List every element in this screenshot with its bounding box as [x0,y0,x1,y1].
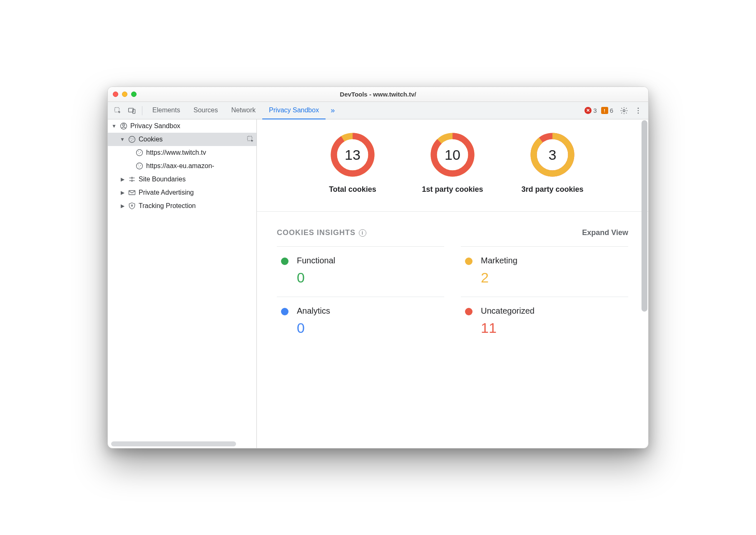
ring-third-party-cookies[interactable]: 3 3rd party cookies [515,132,590,195]
insight-label: Uncategorized [481,306,535,316]
more-tabs-button[interactable]: » [326,106,339,115]
svg-point-12 [131,140,132,141]
errors-count: 3 [593,107,597,114]
svg-point-25 [131,205,132,206]
sidebar-item-privacy-sandbox[interactable]: ▼ Privacy Sandbox [108,119,256,133]
devtools-body: ▼ Privacy Sandbox ▼ Cookies [108,119,648,448]
insight-value: 2 [481,270,517,286]
cookie-icon [135,149,144,157]
svg-point-20 [140,165,141,166]
warnings-count: 6 [610,107,613,114]
sidebar-cookie-origin[interactable]: https://www.twitch.tv [108,146,256,159]
devtools-tabs: Elements Sources Network Privacy Sandbox [146,102,326,119]
svg-point-3 [623,109,625,111]
svg-point-10 [131,138,132,139]
tab-elements[interactable]: Elements [146,102,187,119]
sidebar-label: https://www.twitch.tv [146,149,206,156]
ring-first-party-cookies[interactable]: 10 1st party cookies [415,132,490,195]
sidebar-label: Private Advertising [139,189,194,196]
ring-chart: 10 [430,132,475,178]
warnings-badge[interactable]: ! 6 [601,107,613,114]
svg-point-11 [133,139,134,139]
device-toolbar-icon[interactable] [125,104,139,117]
svg-point-6 [638,112,639,114]
ring-chart: 13 [330,132,376,178]
info-icon[interactable]: i [359,229,366,237]
close-window-button[interactable] [113,92,118,97]
svg-point-19 [138,165,139,166]
insight-marketing[interactable]: Marketing 2 [461,246,628,297]
svg-point-15 [138,151,139,152]
svg-point-23 [131,180,132,181]
settings-icon[interactable] [617,104,631,117]
ring-label: 3rd party cookies [521,184,583,195]
insights-header: COOKIES INSIGHTS i Expand View [277,228,628,237]
sidebar-item-cookies[interactable]: ▼ Cookies [108,133,256,146]
sidebar-label: https://aax-eu.amazon- [146,162,214,170]
ring-value: 3 [530,132,575,178]
legend-dot-icon [465,308,472,315]
window-titlebar: DevTools - www.twitch.tv/ [108,87,648,102]
traffic-lights [113,92,137,97]
cookies-insights-section: COOKIES INSIGHTS i Expand View Functiona… [257,212,648,364]
sidebar-label: Site Boundaries [139,176,186,183]
chevron-right-icon: ▶ [119,190,125,196]
tab-sources[interactable]: Sources [187,102,225,119]
cookie-icon [128,135,136,144]
devtools-toolbar: Elements Sources Network Privacy Sandbox… [108,102,648,119]
sidebar: ▼ Privacy Sandbox ▼ Cookies [108,119,257,448]
svg-point-5 [638,110,639,111]
ring-label: 1st party cookies [422,184,483,195]
svg-point-22 [131,177,132,178]
chevron-down-icon: ▼ [119,136,125,142]
devtools-window: DevTools - www.twitch.tv/ Elements Sourc… [107,87,649,448]
sidebar-label: Privacy Sandbox [130,122,180,130]
kebab-menu-icon[interactable] [632,104,645,117]
sidebar-item-tracking-protection[interactable]: ▶ Tracking Protection [108,199,256,213]
cookie-icon [135,162,144,170]
sidebar-label: Tracking Protection [139,202,196,210]
site-boundaries-icon [128,175,136,183]
ring-value: 13 [330,132,376,178]
tab-privacy-sandbox[interactable]: Privacy Sandbox [262,102,326,119]
legend-dot-icon [281,308,288,315]
mail-icon [128,188,136,197]
errors-badge[interactable]: ✕ 3 [584,107,597,114]
expand-view-button[interactable]: Expand View [582,228,628,237]
cookie-summary-rings: 13 Total cookies 10 1st party cookies [257,119,648,212]
svg-rect-2 [133,109,135,113]
main-panel: 13 Total cookies 10 1st party cookies [257,119,648,448]
insights-title: COOKIES INSIGHTS i [277,228,366,237]
inspect-element-icon[interactable] [111,104,124,117]
main-vertical-scrollbar[interactable] [642,120,647,312]
window-title: DevTools - www.twitch.tv/ [108,91,648,98]
privacy-sandbox-icon [119,122,128,130]
svg-point-18 [137,163,143,169]
insight-functional[interactable]: Functional 0 [277,246,444,297]
toolbar-separator [142,106,142,115]
ring-chart: 3 [530,132,575,178]
sidebar-horizontal-scrollbar[interactable] [111,441,236,446]
sidebar-cookie-origin[interactable]: https://aax-eu.amazon- [108,159,256,173]
legend-dot-icon [465,258,472,265]
chevron-right-icon: ▶ [119,176,125,182]
ring-total-cookies[interactable]: 13 Total cookies [315,132,390,195]
shield-icon [128,202,136,210]
chevron-down-icon: ▼ [111,123,117,129]
svg-point-14 [137,150,143,156]
svg-point-9 [129,136,135,143]
svg-rect-24 [129,191,135,195]
insight-uncategorized[interactable]: Uncategorized 11 [461,297,628,347]
sidebar-item-site-boundaries[interactable]: ▶ Site Boundaries [108,173,256,186]
svg-point-17 [139,154,139,154]
ring-value: 10 [430,132,475,178]
inspect-cookies-icon[interactable] [245,135,256,144]
minimize-window-button[interactable] [122,92,127,97]
sidebar-item-private-advertising[interactable]: ▶ Private Advertising [108,186,256,199]
insight-value: 0 [297,270,335,286]
maximize-window-button[interactable] [131,92,137,97]
insight-value: 11 [481,320,535,336]
insight-value: 0 [297,320,330,336]
tab-network[interactable]: Network [224,102,262,119]
insight-analytics[interactable]: Analytics 0 [277,297,444,347]
